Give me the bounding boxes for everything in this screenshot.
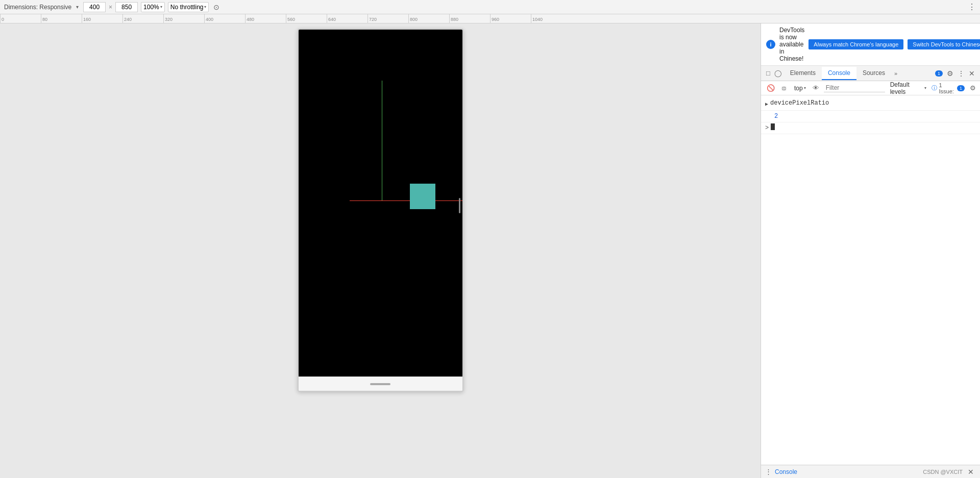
issues-label: 1 Issue: — [939, 82, 955, 94]
devtools-panel: i DevTools is now available in Chinese! … — [761, 23, 980, 478]
ruler-tick-1040: 1040 — [532, 17, 543, 22]
ruler-tick-960: 960 — [492, 17, 499, 22]
throttle-arrow: ▾ — [204, 5, 206, 9]
ruler-tick-800: 800 — [410, 17, 418, 22]
compass-icon-btn[interactable]: ⊙ — [212, 3, 221, 11]
green-square — [410, 184, 435, 209]
bottom-attribution: CSDN @VXCIT — [923, 469, 963, 475]
ruler-tick-160: 160 — [83, 17, 91, 22]
dimensions-arrow[interactable]: ▾ — [75, 4, 80, 10]
phone-frame: ⠿ — [298, 29, 463, 392]
height-input[interactable] — [115, 2, 138, 12]
dimensions-label: Dimensions: Responsive — [4, 4, 71, 11]
close-devtools-btn[interactable]: ✕ — [967, 69, 977, 78]
default-levels-label: Default levels — [890, 81, 924, 95]
devtools-notification: i DevTools is now available in Chinese! … — [761, 23, 980, 66]
info-icon: i — [766, 40, 775, 49]
viewport-area: ⠿ — [0, 23, 761, 478]
console-prompt-line[interactable]: > — [761, 122, 980, 134]
device-icon-btn[interactable]: ◯ — [772, 69, 784, 77]
console-line-value: 2 — [761, 111, 980, 122]
zoom-arrow: ▾ — [160, 5, 162, 9]
console-line-device-pixel: devicePixelRatio — [761, 97, 980, 111]
bottom-close-btn[interactable]: ✕ — [966, 468, 976, 476]
ruler-tick-80: 80 — [42, 17, 47, 22]
ruler-tick-240: 240 — [124, 17, 132, 22]
ruler-tick-880: 880 — [451, 17, 458, 22]
red-horizontal-line — [350, 200, 462, 201]
phone-resize-handle[interactable]: ⠿ — [462, 203, 463, 218]
tab-elements[interactable]: Elements — [784, 67, 822, 80]
issues-count: 1 — [957, 85, 965, 91]
tab-badge: 1 — [935, 70, 943, 77]
scroll-handle[interactable] — [459, 198, 460, 213]
default-levels-arrow: ▾ — [924, 86, 926, 90]
eye-icon-btn[interactable]: 👁 — [811, 84, 821, 92]
ruler-tick-400: 400 — [206, 17, 213, 22]
toggle-btn[interactable]: ⦻ — [779, 84, 789, 92]
issues-badge: ⓘ 1 Issue: 1 — [932, 82, 967, 94]
context-select[interactable]: top ▾ — [792, 84, 808, 92]
settings-icon-btn[interactable]: ⚙ — [945, 69, 955, 78]
more-options-dt-btn[interactable]: ⋮ — [955, 69, 967, 78]
ruler-tick-480: 480 — [247, 17, 254, 22]
collapse-arrow[interactable] — [765, 100, 768, 109]
devtools-secondary-toolbar: 🚫 ⦻ top ▾ 👁 Default levels ▾ ⓘ 1 Issue: … — [761, 81, 980, 95]
devtools-tabs: □ ◯ Elements Console Sources » 1 ⚙ ⋮ ✕ — [761, 66, 980, 81]
ruler-tick-640: 640 — [328, 17, 336, 22]
tab-console[interactable]: Console — [822, 67, 856, 80]
console-text-device-pixel: devicePixelRatio — [770, 98, 829, 108]
notification-text: DevTools is now available in Chinese! — [779, 27, 804, 62]
console-prompt-symbol: > — [765, 123, 769, 133]
inspect-icon-btn[interactable]: □ — [764, 69, 772, 77]
green-vertical-line — [382, 81, 382, 200]
bottom-more-btn[interactable]: ⋮ — [765, 468, 772, 475]
console-filter-input[interactable] — [824, 84, 885, 92]
console-content: devicePixelRatio 2 > — [761, 95, 980, 465]
ruler-tick-0: 0 — [2, 17, 4, 22]
console-value: 2 — [774, 112, 778, 121]
ruler-tick-320: 320 — [165, 17, 173, 22]
throttle-select[interactable]: No throttling ▾ — [168, 2, 209, 12]
context-arrow: ▾ — [804, 86, 806, 90]
context-label: top — [794, 85, 803, 92]
issues-icon: ⓘ — [932, 84, 937, 92]
ruler-tick-720: 720 — [369, 17, 377, 22]
bottom-console-label[interactable]: Console — [775, 468, 797, 475]
default-levels-select[interactable]: Default levels ▾ — [888, 81, 929, 96]
main-area: ⠿ i DevTools is now available in Chinese… — [0, 23, 980, 478]
zoom-label: 100% — [143, 4, 159, 11]
clear-console-btn[interactable]: 🚫 — [765, 84, 776, 92]
console-cursor — [771, 123, 775, 130]
width-input[interactable] — [83, 2, 106, 12]
ruler-tick-560: 560 — [287, 17, 295, 22]
tab-more[interactable]: » — [891, 68, 900, 79]
bottom-handle — [370, 383, 390, 385]
phone-screen — [299, 30, 462, 376]
phone-bottom-bar — [299, 376, 462, 391]
console-settings-btn[interactable]: ⚙ — [970, 84, 976, 92]
devtools-bottom-bar: ⋮ Console CSDN @VXCIT ✕ — [761, 465, 980, 478]
top-toolbar: Dimensions: Responsive ▾ × 100% ▾ No thr… — [0, 0, 980, 14]
dimension-separator: × — [109, 4, 112, 11]
zoom-select[interactable]: 100% ▾ — [141, 2, 165, 12]
throttle-label: No throttling — [170, 4, 204, 11]
more-options-btn[interactable]: ⋮ — [968, 2, 976, 12]
tab-sources[interactable]: Sources — [856, 67, 891, 80]
switch-devtools-button[interactable]: Switch DevTools to Chinese — [908, 39, 980, 49]
ruler-bar: 0 80 160 240 320 400 480 560 640 720 800… — [0, 14, 980, 23]
match-language-button[interactable]: Always match Chrome's language — [808, 39, 903, 49]
